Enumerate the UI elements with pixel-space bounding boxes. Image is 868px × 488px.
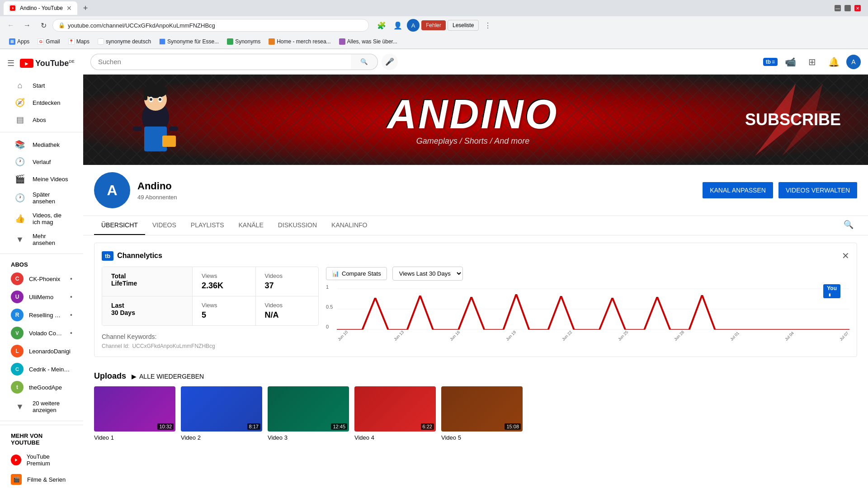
sidebar-item-volado[interactable]: V Volado Control • xyxy=(0,324,83,342)
video-thumb-1[interactable]: 10:32 Video 1 xyxy=(94,386,175,442)
tab-videos[interactable]: VIDEOS xyxy=(145,216,184,235)
tab-close-button[interactable]: ✕ xyxy=(66,5,72,12)
video-thumb-5[interactable]: 15:08 Video 5 xyxy=(441,386,523,442)
search-input-wrap[interactable] xyxy=(90,54,351,70)
total-lifetime-label: Total LifeTime xyxy=(111,272,183,287)
user-profile-button[interactable]: A xyxy=(407,19,420,32)
videos-verwalten-button[interactable]: VIDEOS VERWALTEN xyxy=(778,182,857,198)
sidebar-item-thegoodape[interactable]: t theGoodApe xyxy=(0,378,83,396)
bookmark-synonyme-deutsch[interactable]: synonyme deutsch xyxy=(94,37,155,47)
sidebar-logo-area: ☰ YouTubeDE xyxy=(0,53,83,74)
channelytics-badge-lines: ≡ xyxy=(772,59,775,65)
play-all-label: ALLE WIEDERGEBEN xyxy=(139,373,204,380)
tab-uebersicht[interactable]: ÜBERSICHT xyxy=(94,216,145,235)
sidebar-item-meine-videos[interactable]: 🎬 Meine Videos xyxy=(4,170,80,188)
sidebar-item-abos[interactable]: ▤ Abos xyxy=(4,111,80,128)
sidebar-item-start[interactable]: ⌂ Start xyxy=(4,77,80,94)
play-all-icon: ▶ xyxy=(132,373,137,380)
channelytics-section: tb Channelytics ✕ Total Li xyxy=(83,235,868,364)
leseliste-button[interactable]: Leseliste xyxy=(448,20,479,31)
tab-playlists[interactable]: PLAYLISTS xyxy=(184,216,231,235)
restore-button[interactable] xyxy=(844,5,851,11)
forward-button[interactable]: → xyxy=(20,18,34,33)
channelytics-close-button[interactable]: ✕ xyxy=(842,250,849,261)
channel-id-label: Channel Id: xyxy=(102,343,129,349)
stats-last30-row: Last 30 Days Views 5 Videos xyxy=(102,296,318,325)
tab-favicon xyxy=(9,5,16,12)
extensions-button[interactable]: 🧩 xyxy=(374,18,389,33)
create-video-button[interactable]: 📹 xyxy=(781,53,799,71)
hamburger-menu-button[interactable]: ☰ xyxy=(7,58,14,68)
sidebar-item-mehr-ansehen[interactable]: ▼ Mehr ansehen xyxy=(4,229,80,250)
bar-chart-icon: 📊 xyxy=(332,270,339,277)
youtube-logo-text: YouTubeDE xyxy=(35,59,75,68)
sidebar-item-filme[interactable]: 🎬 Filme & Serien xyxy=(0,470,83,488)
new-tab-button[interactable]: + xyxy=(79,2,92,14)
sidebar-show-more-subs[interactable]: ▼ 20 weitere anzeigen xyxy=(4,396,80,417)
video-thumb-3[interactable]: 12:45 Video 3 xyxy=(268,386,349,442)
sidebar-item-mediathek[interactable]: 📚 Mediathek xyxy=(4,136,80,153)
microphone-button[interactable]: 🎤 xyxy=(382,54,398,70)
thumb-duration-5: 15:08 xyxy=(505,423,521,430)
main-area: 🔍 🎤 tb ≡ 📹 ⊞ 🔔 xyxy=(83,49,868,488)
search-input[interactable] xyxy=(98,58,344,66)
my-videos-icon: 🎬 xyxy=(14,174,25,184)
sidebar-item-spaeter[interactable]: 🕐 Später ansehen xyxy=(4,188,80,208)
last30-videos-metric: Videos N/A xyxy=(256,296,319,325)
video-camera-icon: 📹 xyxy=(785,56,796,67)
chart-svg xyxy=(337,284,849,334)
play-all-button[interactable]: ▶ ALLE WIEDERGEBEN xyxy=(132,373,204,380)
search-button[interactable]: 🔍 xyxy=(351,54,378,70)
svg-point-12 xyxy=(150,98,152,101)
profile-button[interactable]: 👤 xyxy=(391,18,405,33)
close-button[interactable]: ✕ xyxy=(854,5,861,11)
refresh-button[interactable]: ↻ xyxy=(36,18,51,33)
sidebar-item-ck-phoenix[interactable]: C CK-Phoenix • xyxy=(0,270,83,288)
sidebar-item-cedrik[interactable]: C Cedrik - Meinungsbl... xyxy=(0,360,83,378)
y-label-0: 0 xyxy=(326,324,333,329)
svg-rect-17 xyxy=(162,136,176,147)
last30-views-label: Views xyxy=(202,302,246,309)
apps-grid-button[interactable]: ⊞ xyxy=(803,53,821,71)
uploads-grid: 10:32 Video 1 8:17 Video 2 12:45 xyxy=(94,386,857,442)
total-videos-metric: Videos 37 xyxy=(256,267,319,296)
chart-container: 1 0.5 0 You ▮ xyxy=(326,284,849,343)
active-tab[interactable]: Andino - YouTube ✕ xyxy=(4,1,77,15)
bookmark-alles-label: Alles, was Sie über... xyxy=(347,38,397,45)
tab-search-button[interactable]: 🔍 xyxy=(840,216,857,235)
bookmark-maps[interactable]: 📍 Maps xyxy=(65,37,93,47)
compare-stats-button[interactable]: 📊 Compare Stats xyxy=(326,267,387,280)
bookmark-synonyme-esse[interactable]: Synonyme für Esse... xyxy=(156,37,222,47)
thegoodape-avatar: t xyxy=(11,381,24,394)
bookmark-apps[interactable]: ⊞ Apps xyxy=(5,37,33,47)
menu-button[interactable]: ⋮ xyxy=(481,18,495,33)
sidebar-item-uliimemo[interactable]: U UliiMemo • xyxy=(0,288,83,306)
sidebar-item-reselling[interactable]: R Reselling mit Kopf • xyxy=(0,306,83,324)
filme-icon: 🎬 xyxy=(11,474,22,485)
video-thumb-4[interactable]: 6:22 Video 4 xyxy=(354,386,436,442)
views-period-select[interactable]: Views Last 30 Days xyxy=(392,267,463,281)
bookmark-alles[interactable]: Alles, was Sie über... xyxy=(335,37,401,47)
sidebar-item-liked[interactable]: 👍 Videos, die ich mag xyxy=(4,208,80,229)
bookmark-synonyms[interactable]: Synonyms xyxy=(223,37,264,47)
sidebar-item-entdecken[interactable]: 🧭 Entdecken xyxy=(4,94,80,111)
fehler-button[interactable]: Fehler xyxy=(421,20,446,30)
address-bar[interactable]: 🔒 youtube.com/channel/UCCxGFkdAnpoKuLmmF… xyxy=(52,19,369,32)
video-thumb-2[interactable]: 8:17 Video 2 xyxy=(181,386,262,442)
sidebar-item-verlauf[interactable]: 🕐 Verlauf xyxy=(4,153,80,170)
tab-kanalinfo[interactable]: KANALINFO xyxy=(324,216,374,235)
kanal-anpassen-button[interactable]: KANAL ANPASSEN xyxy=(703,182,773,198)
notifications-button[interactable]: 🔔 xyxy=(825,53,843,71)
sidebar-item-yt-premium[interactable]: YouTube Premium xyxy=(0,450,83,470)
user-avatar[interactable]: A xyxy=(846,55,861,69)
uploads-title: Uploads xyxy=(94,371,126,381)
minimize-button[interactable]: — xyxy=(835,5,841,11)
sidebar-item-leonardo[interactable]: L LeonardoDanigi xyxy=(0,342,83,360)
channelytics-title-text: Channelytics xyxy=(117,252,162,260)
youtube-logo[interactable]: YouTubeDE xyxy=(20,59,75,68)
bookmark-gmail[interactable]: G Gmail xyxy=(34,37,63,47)
home-icon: ⌂ xyxy=(14,81,25,90)
bookmark-merch[interactable]: Home - merch resea... xyxy=(265,37,334,47)
tab-diskussion[interactable]: DISKUSSION xyxy=(271,216,324,235)
tab-kanaele[interactable]: KANÄLE xyxy=(231,216,270,235)
